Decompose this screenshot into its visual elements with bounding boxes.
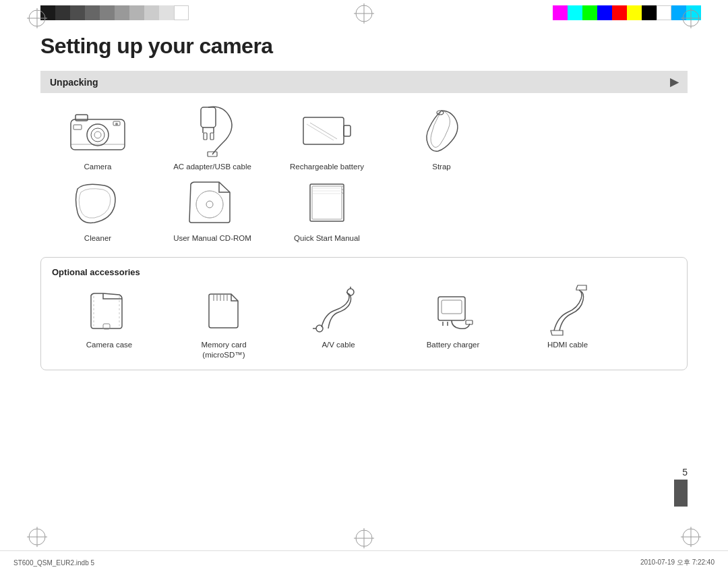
svg-point-57 [347,289,354,295]
page-bar [674,480,688,507]
quick-start-manual-icon [293,175,361,229]
strap-label: Strap [432,162,451,172]
page-number-area: 5 [674,467,688,507]
svg-point-55 [316,325,323,332]
svg-point-20 [91,128,104,142]
svg-rect-60 [442,300,462,314]
main-content: Setting up your camera Unpacking ▶ [40,34,688,547]
section-header-unpacking: Unpacking ▶ [40,71,688,93]
crosshair-top-right [681,8,701,28]
crosshair-top-left [27,8,47,28]
camera-label: Camera [84,162,112,172]
battery-charger-icon [419,285,487,336]
svg-rect-41 [310,184,344,221]
rechargeable-battery-icon [293,104,361,158]
strap-icon [408,104,475,158]
user-manual-cd-icon [179,175,246,229]
camera-case-icon [75,285,143,336]
user-manual-cd-label: User Manual CD-ROM [173,233,251,243]
unpacking-section: Unpacking ▶ [40,71,688,243]
ac-adapter-icon [179,104,246,158]
svg-rect-34 [344,125,351,136]
color-bar-right [553,5,701,20]
item-quick-start-manual: Quick Start Manual [270,175,384,243]
optional-item-memory-card: Memory card(microSD™) [166,285,281,360]
av-cable-label: A/V cable [322,340,355,350]
unpacking-row-2: Cleaner User Manual CD-ROM [40,175,688,243]
optional-item-hdmi-cable: HDMI cable [510,285,625,360]
item-rechargeable-battery: Rechargeable battery [270,104,384,172]
svg-rect-24 [73,125,82,130]
section-header-arrow: ▶ [670,76,678,88]
rechargeable-battery-label: Rechargeable battery [290,162,364,172]
ac-adapter-label: AC adapter/USB cable [173,162,251,172]
camera-icon [64,104,131,158]
optional-item-camera-case: Camera case [52,285,166,360]
page-number: 5 [674,467,688,478]
memory-card-label: Memory card(microSD™) [201,340,246,360]
svg-point-26 [115,123,118,125]
item-cleaner: Cleaner [40,175,155,243]
item-user-manual-cd: User Manual CD-ROM [155,175,270,243]
item-ac-adapter: AC adapter/USB cable [155,104,270,172]
optional-items: Camera case Memory card(mi [52,285,676,360]
svg-rect-27 [201,107,216,127]
unpacking-label: Unpacking [50,77,98,88]
color-bar-container [0,0,728,26]
svg-line-36 [307,124,334,140]
crosshair-top-center [354,3,374,24]
av-cable-icon [305,285,372,336]
optional-header: Optional accessories [52,267,676,277]
item-strap: Strap [384,104,499,172]
item-camera: Camera [40,104,155,172]
quick-start-manual-label: Quick Start Manual [294,233,360,243]
cleaner-icon [64,175,131,229]
svg-rect-31 [210,133,214,140]
unpacking-row-1: Camera [40,104,688,172]
svg-point-21 [94,132,101,138]
svg-rect-30 [204,133,207,140]
footer-right: 2010-07-19 오후 7:22:40 [364,558,715,567]
svg-rect-42 [312,186,342,219]
camera-case-label: Camera case [86,340,132,350]
color-bar-left [40,5,189,20]
optional-section: Optional accessories Camera case [40,257,688,370]
svg-rect-61 [466,320,473,324]
svg-point-40 [196,191,223,218]
cleaner-label: Cleaner [84,233,111,243]
battery-charger-label: Battery charger [427,340,480,350]
svg-point-19 [87,124,109,146]
svg-point-39 [206,201,213,208]
memory-card-icon [190,285,257,336]
optional-item-av-cable: A/V cable [281,285,396,360]
footer-left: ST600_QSM_EUR2.indb 5 [13,559,364,567]
bottom-bar: ST600_QSM_EUR2.indb 5 2010-07-19 오후 7:22… [0,550,728,574]
svg-line-35 [310,123,337,139]
page-title: Setting up your camera [40,34,688,59]
hdmi-cable-label: HDMI cable [547,340,588,350]
hdmi-cable-icon [534,285,601,336]
optional-item-battery-charger: Battery charger [396,285,510,360]
